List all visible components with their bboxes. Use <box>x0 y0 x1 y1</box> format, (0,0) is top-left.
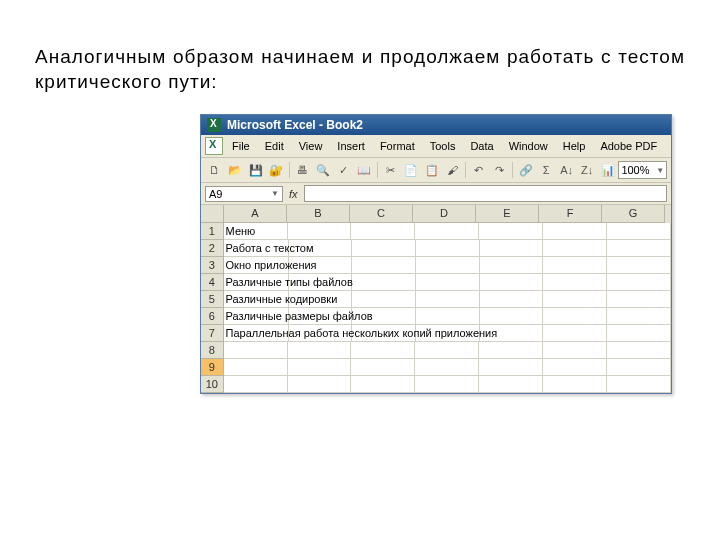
menu-format[interactable]: Format <box>374 139 421 153</box>
spell-icon[interactable]: ✓ <box>334 160 354 180</box>
paste-icon[interactable]: 📋 <box>422 160 442 180</box>
cell[interactable] <box>543 359 607 376</box>
cell[interactable] <box>416 291 480 308</box>
col-header-f[interactable]: F <box>539 205 602 223</box>
row-header[interactable]: 8 <box>201 342 224 359</box>
col-header-a[interactable]: A <box>224 205 287 223</box>
row-header[interactable]: 3 <box>201 257 224 274</box>
copy-icon[interactable]: 📄 <box>401 160 421 180</box>
undo-icon[interactable]: ↶ <box>469 160 489 180</box>
row-header[interactable]: 1 <box>201 223 224 240</box>
open-icon[interactable]: 📂 <box>226 160 246 180</box>
cell[interactable] <box>543 308 607 325</box>
cell[interactable] <box>351 342 415 359</box>
cell[interactable] <box>288 342 352 359</box>
cell[interactable] <box>543 342 607 359</box>
cell[interactable] <box>224 342 288 359</box>
cell[interactable] <box>480 291 544 308</box>
row-header[interactable]: 10 <box>201 376 224 393</box>
cell[interactable] <box>480 274 544 291</box>
cell[interactable] <box>416 240 480 257</box>
col-header-g[interactable]: G <box>602 205 665 223</box>
cell[interactable] <box>543 325 607 342</box>
link-icon[interactable]: 🔗 <box>516 160 536 180</box>
cell[interactable] <box>607 257 671 274</box>
painter-icon[interactable]: 🖌 <box>442 160 462 180</box>
cell[interactable] <box>416 308 480 325</box>
menu-insert[interactable]: Insert <box>331 139 371 153</box>
cell[interactable] <box>351 359 415 376</box>
row-header[interactable]: 7 <box>201 325 224 342</box>
col-header-c[interactable]: C <box>350 205 413 223</box>
cell[interactable]: Меню <box>224 223 288 240</box>
permission-icon[interactable]: 🔐 <box>267 160 287 180</box>
window-titlebar[interactable]: Microsoft Excel - Book2 <box>201 115 671 135</box>
cell[interactable] <box>607 291 671 308</box>
cell[interactable] <box>479 359 543 376</box>
cell[interactable] <box>224 359 288 376</box>
print-icon[interactable]: 🖶 <box>293 160 313 180</box>
cell[interactable] <box>543 240 607 257</box>
cell[interactable] <box>480 240 544 257</box>
cell[interactable] <box>352 257 416 274</box>
cell[interactable] <box>351 376 415 393</box>
cell[interactable] <box>288 223 352 240</box>
cell[interactable] <box>543 274 607 291</box>
cell[interactable] <box>352 274 416 291</box>
research-icon[interactable]: 📖 <box>354 160 374 180</box>
menu-view[interactable]: View <box>293 139 329 153</box>
row-header[interactable]: 5 <box>201 291 224 308</box>
row-header[interactable]: 9 <box>201 359 224 376</box>
cell[interactable] <box>415 376 479 393</box>
menu-edit[interactable]: Edit <box>259 139 290 153</box>
menu-window[interactable]: Window <box>503 139 554 153</box>
cell[interactable] <box>480 257 544 274</box>
cell[interactable]: Параллельная работа нескольких копий при… <box>224 325 289 342</box>
cell[interactable]: Различные типы файлов <box>224 274 289 291</box>
cell[interactable] <box>607 342 671 359</box>
cell[interactable] <box>607 376 671 393</box>
cell[interactable] <box>607 223 671 240</box>
menu-adobe[interactable]: Adobe PDF <box>594 139 663 153</box>
row-header[interactable]: 2 <box>201 240 224 257</box>
cell[interactable] <box>416 257 480 274</box>
workbook-icon[interactable] <box>205 137 223 155</box>
cell[interactable] <box>351 223 415 240</box>
cell[interactable] <box>352 240 416 257</box>
cell[interactable] <box>352 291 416 308</box>
save-icon[interactable]: 💾 <box>246 160 266 180</box>
col-header-d[interactable]: D <box>413 205 476 223</box>
cell[interactable] <box>416 274 480 291</box>
cell[interactable] <box>288 376 352 393</box>
cell[interactable] <box>543 291 607 308</box>
zoom-select[interactable]: 100% ▼ <box>618 161 667 179</box>
cut-icon[interactable]: ✂ <box>381 160 401 180</box>
cell[interactable] <box>479 223 543 240</box>
cell[interactable] <box>479 376 543 393</box>
row-header[interactable]: 4 <box>201 274 224 291</box>
fx-icon[interactable]: fx <box>289 188 298 200</box>
row-header[interactable]: 6 <box>201 308 224 325</box>
cell[interactable] <box>543 376 607 393</box>
col-header-b[interactable]: B <box>287 205 350 223</box>
cell[interactable] <box>479 342 543 359</box>
cell[interactable] <box>224 376 288 393</box>
cell[interactable] <box>607 308 671 325</box>
cell[interactable] <box>607 325 671 342</box>
sort-desc-icon[interactable]: Z↓ <box>577 160 597 180</box>
redo-icon[interactable]: ↷ <box>489 160 509 180</box>
menu-help[interactable]: Help <box>557 139 592 153</box>
cell[interactable] <box>607 274 671 291</box>
menu-data[interactable]: Data <box>464 139 499 153</box>
cell[interactable] <box>415 342 479 359</box>
cell[interactable]: Работа с текстом <box>224 240 289 257</box>
select-all-button[interactable] <box>201 205 224 223</box>
cell[interactable] <box>288 359 352 376</box>
menu-tools[interactable]: Tools <box>424 139 462 153</box>
preview-icon[interactable]: 🔍 <box>313 160 333 180</box>
cell[interactable] <box>543 257 607 274</box>
sum-icon[interactable]: Σ <box>536 160 556 180</box>
cell[interactable] <box>415 359 479 376</box>
col-header-e[interactable]: E <box>476 205 539 223</box>
cell[interactable] <box>607 240 671 257</box>
